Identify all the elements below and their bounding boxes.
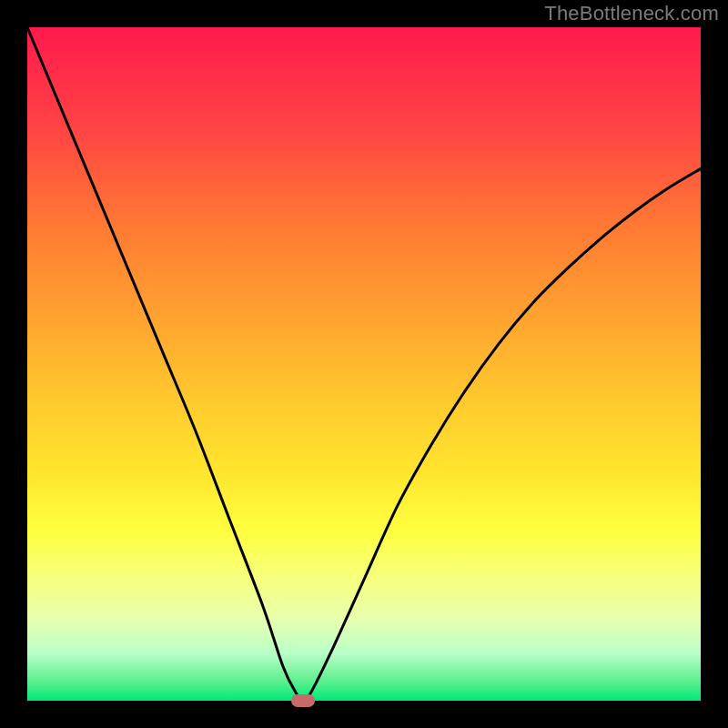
bottleneck-curve: [27, 27, 701, 701]
optimal-point-marker: [291, 694, 315, 707]
watermark-text: TheBottleneck.com: [544, 2, 719, 25]
plot-area: [27, 27, 701, 701]
chart-frame: TheBottleneck.com: [0, 0, 728, 728]
curve-layer: [27, 27, 701, 701]
